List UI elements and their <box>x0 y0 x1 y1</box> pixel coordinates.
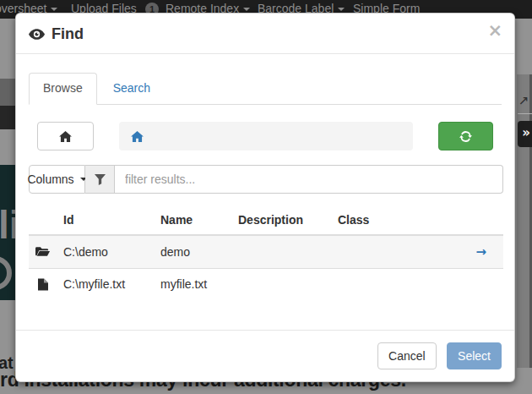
tab-browse[interactable]: Browse <box>29 73 97 105</box>
file-icon <box>38 278 50 291</box>
cancel-button[interactable]: Cancel <box>377 342 437 369</box>
column-header-icon <box>29 205 57 235</box>
row-icon-cell <box>29 269 57 300</box>
modal-header: Find × <box>16 14 514 54</box>
caret-icon <box>51 8 57 11</box>
caret-icon <box>243 8 250 11</box>
modal-footer: Cancel Select <box>16 330 514 381</box>
eye-icon <box>29 29 45 40</box>
close-icon[interactable]: × <box>487 22 502 40</box>
filter-addon <box>85 165 115 194</box>
columns-dropdown-button[interactable]: Columns <box>29 165 85 194</box>
column-header-class[interactable]: Class <box>331 205 449 235</box>
column-header-description[interactable]: Description <box>231 205 331 235</box>
background-circle-fragment <box>0 256 12 290</box>
tab-search[interactable]: Search <box>99 73 165 105</box>
cell-actions <box>449 269 503 300</box>
column-header-actions <box>449 205 503 235</box>
select-button[interactable]: Select <box>447 342 502 369</box>
tab-bar: Browse Search <box>29 73 502 105</box>
row-icon-cell <box>29 235 57 269</box>
browse-toolbar <box>29 122 502 150</box>
background-block <box>0 106 15 129</box>
modal-title: Find <box>29 25 502 43</box>
filter-results-input[interactable] <box>115 165 503 194</box>
folder-open-icon <box>35 247 50 258</box>
cell-description <box>231 235 331 269</box>
cell-name: myfile.txt <box>154 269 231 300</box>
background-sidebar-fragment: li <box>0 165 15 300</box>
drill-in-arrow-icon[interactable]: → <box>449 235 503 269</box>
table-row[interactable]: C:\demo demo → <box>29 235 503 269</box>
filter-funnel-icon <box>95 174 106 185</box>
home-icon <box>59 131 72 142</box>
cell-name: demo <box>154 235 231 269</box>
column-header-id[interactable]: Id <box>57 205 154 235</box>
modal-body: Browse Search <box>16 54 514 299</box>
table-header-row: Id Name Description Class <box>29 205 503 235</box>
collapse-chevrons-icon[interactable]: » <box>518 121 532 147</box>
find-modal: Find × Browse Search <box>15 13 515 382</box>
breadcrumb[interactable] <box>119 122 413 150</box>
table-row[interactable]: C:\myfile.txt myfile.txt <box>29 269 503 300</box>
refresh-icon <box>459 130 472 143</box>
cell-id: C:\myfile.txt <box>57 269 154 300</box>
filter-group: Columns <box>29 165 503 194</box>
home-button[interactable] <box>37 122 94 150</box>
cell-class <box>331 235 449 269</box>
breadcrumb-home-icon[interactable] <box>131 131 144 142</box>
results-table: Id Name Description Class <box>29 205 503 299</box>
column-header-name[interactable]: Name <box>154 205 231 235</box>
cell-id: C:\demo <box>57 235 154 269</box>
background-divider <box>518 113 532 114</box>
refresh-button[interactable] <box>438 122 493 150</box>
modal-title-text: Find <box>52 25 84 43</box>
background-block <box>0 79 15 106</box>
caret-icon <box>338 8 345 11</box>
background-text-fragment: li <box>0 205 15 244</box>
cell-class <box>331 269 449 300</box>
cell-description <box>231 269 331 300</box>
expand-arrow-icon[interactable]: ↗ <box>518 93 529 108</box>
